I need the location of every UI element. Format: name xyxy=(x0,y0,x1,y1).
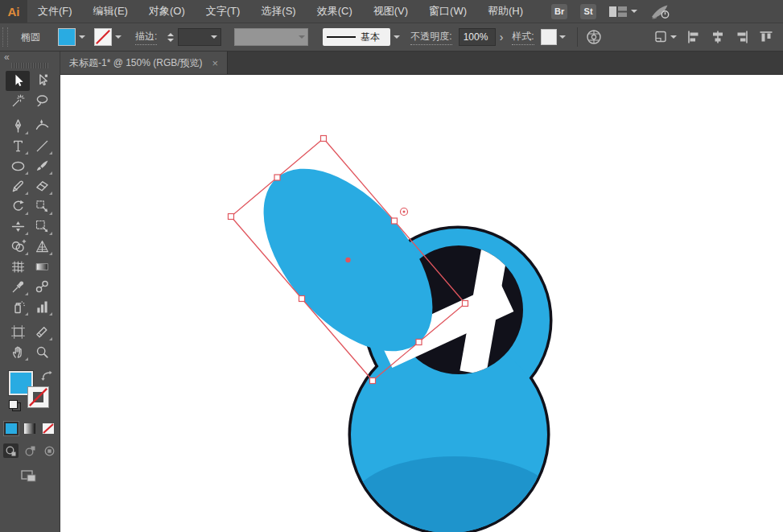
bridge-button[interactable]: Br xyxy=(551,4,567,19)
hand-tool[interactable] xyxy=(6,342,30,362)
line-segment-tool[interactable] xyxy=(30,136,54,156)
control-bar-grip[interactable] xyxy=(2,27,8,47)
curvature-tool[interactable] xyxy=(30,116,54,136)
flyout-indicator xyxy=(25,171,28,175)
close-icon[interactable]: × xyxy=(212,58,219,68)
lasso-tool[interactable] xyxy=(30,91,54,111)
blend-tool[interactable] xyxy=(30,277,54,297)
color-mode-button[interactable] xyxy=(3,421,19,436)
align-left-button[interactable] xyxy=(686,30,701,44)
selection-handle[interactable] xyxy=(392,218,398,224)
shape-properties-button[interactable] xyxy=(653,29,677,45)
fill-color-swatch[interactable] xyxy=(58,28,76,46)
fill-swatch-dropdown[interactable] xyxy=(76,28,88,46)
align-center-button[interactable] xyxy=(711,30,725,44)
menu-item-7[interactable]: 窗口(W) xyxy=(418,0,477,23)
magic-wand-tool[interactable] xyxy=(6,91,30,111)
document-tab[interactable]: 未标题-1* @ 150% (RGB/预览) × xyxy=(60,52,228,74)
gpu-performance-rocket-icon[interactable] xyxy=(650,4,671,19)
opacity-menu-arrow[interactable]: › xyxy=(496,28,508,46)
stroke-swatch-dropdown[interactable] xyxy=(112,28,124,46)
flyout-indicator xyxy=(25,232,28,235)
style-swatch[interactable] xyxy=(541,29,557,45)
fill-stroke-widget xyxy=(7,369,52,413)
align-top-icon xyxy=(759,30,773,44)
eraser-tool[interactable] xyxy=(30,176,54,196)
mesh-tool[interactable] xyxy=(6,257,30,277)
brush-name: 基本 xyxy=(361,31,380,44)
selection-handle[interactable] xyxy=(416,340,422,345)
screen-mode-button[interactable] xyxy=(20,468,39,487)
menu-item-3[interactable]: 文字(T) xyxy=(196,0,251,23)
menu-item-5[interactable]: 效果(C) xyxy=(307,0,363,23)
opacity-input[interactable] xyxy=(459,28,496,46)
color-wheel-icon xyxy=(586,29,602,45)
none-icon xyxy=(43,423,54,434)
eyedropper-tool[interactable] xyxy=(6,277,30,297)
paintbrush-tool[interactable] xyxy=(30,156,54,176)
default-fill-stroke-icon[interactable] xyxy=(9,400,21,411)
align-right-button[interactable] xyxy=(735,30,749,44)
selection-handle[interactable] xyxy=(370,378,376,384)
slice-tool[interactable] xyxy=(30,322,54,342)
align-top-button[interactable] xyxy=(759,30,773,44)
menu-item-6[interactable]: 视图(V) xyxy=(363,0,418,23)
flyout-indicator xyxy=(25,192,28,195)
collapse-panel-icon[interactable]: « xyxy=(4,53,10,61)
stroke-color-box[interactable] xyxy=(27,386,49,408)
brush-dropdown[interactable] xyxy=(390,28,402,46)
type-tool[interactable] xyxy=(6,136,30,156)
panel-drag-grip[interactable] xyxy=(11,63,48,68)
stock-button[interactable]: St xyxy=(580,4,596,19)
draw-behind-button[interactable] xyxy=(23,443,38,458)
draw-inside-button[interactable] xyxy=(42,443,57,458)
flyout-indicator xyxy=(25,252,28,255)
document-tab-title: 未标题-1* @ 150% (RGB/预览) xyxy=(69,56,203,70)
stroke-weight-label[interactable]: 描边: xyxy=(135,30,157,45)
selection-handle[interactable] xyxy=(321,136,327,142)
selection-tool[interactable] xyxy=(6,71,30,91)
gradient-tool[interactable] xyxy=(30,257,54,277)
selection-handle[interactable] xyxy=(229,214,234,220)
width-tool[interactable] xyxy=(6,217,30,237)
menu-item-4[interactable]: 选择(S) xyxy=(250,0,306,23)
column-graph-tool[interactable] xyxy=(30,297,54,317)
artboard-tool[interactable] xyxy=(6,322,30,342)
rotate-tool[interactable] xyxy=(6,196,30,217)
workspace-switcher[interactable] xyxy=(609,6,637,17)
draw-normal-button[interactable] xyxy=(3,443,19,458)
menu-item-1[interactable]: 编辑(E) xyxy=(83,0,138,23)
selection-center-point[interactable] xyxy=(345,258,350,262)
style-dropdown[interactable] xyxy=(557,28,569,46)
symbol-sprayer-tool[interactable] xyxy=(6,297,30,317)
scale-tool[interactable] xyxy=(30,196,54,217)
zoom-tool[interactable] xyxy=(30,342,54,362)
direct-selection-tool[interactable] xyxy=(30,71,54,91)
selection-handle[interactable] xyxy=(299,296,305,302)
width-profile-combo xyxy=(234,28,308,46)
selection-handle[interactable] xyxy=(463,301,468,307)
stroke-weight-combo[interactable] xyxy=(178,28,221,46)
menu-item-8[interactable]: 帮助(H) xyxy=(477,0,534,23)
pen-tool[interactable] xyxy=(6,116,30,136)
rotate-cursor-indicator xyxy=(401,208,408,216)
menu-item-2[interactable]: 对象(O) xyxy=(138,0,196,23)
opacity-label[interactable]: 不透明度: xyxy=(410,30,451,45)
menu-item-0[interactable]: 文件(F) xyxy=(27,0,83,23)
pencil-tool[interactable] xyxy=(6,176,30,196)
selection-handle[interactable] xyxy=(274,175,280,180)
none-mode-button[interactable] xyxy=(40,421,56,436)
perspective-grid-tool[interactable] xyxy=(30,237,54,257)
ellipse-tool[interactable] xyxy=(6,156,30,176)
stroke-color-swatch[interactable] xyxy=(94,28,112,46)
free-transform-tool[interactable] xyxy=(30,217,54,237)
style-label[interactable]: 样式: xyxy=(512,30,534,45)
swap-fill-stroke-icon[interactable] xyxy=(40,369,52,381)
artboard-canvas[interactable] xyxy=(60,75,783,532)
flyout-indicator xyxy=(25,292,28,295)
stroke-weight-stepper[interactable] xyxy=(165,28,175,46)
gradient-mode-button[interactable] xyxy=(22,421,38,436)
brush-definition-combo[interactable]: 基本 xyxy=(323,28,390,46)
shape-builder-tool[interactable] xyxy=(6,237,30,257)
recolor-artwork-button[interactable] xyxy=(586,29,602,45)
